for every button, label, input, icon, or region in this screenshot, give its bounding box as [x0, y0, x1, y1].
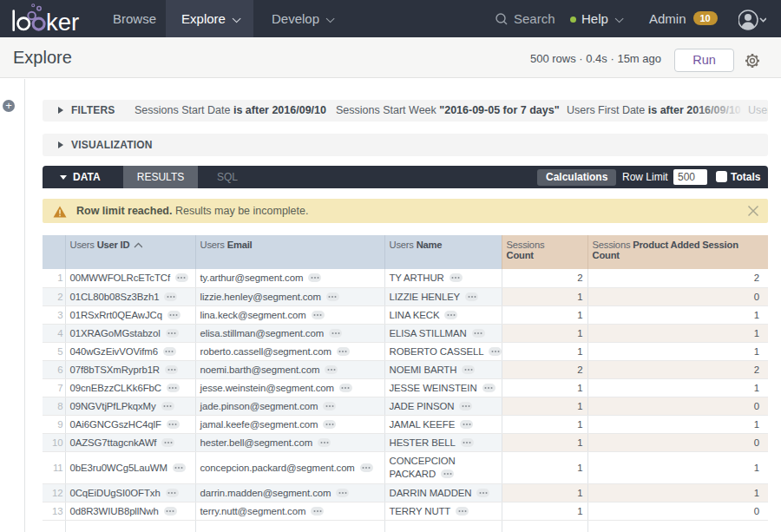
svg-text:ker: ker	[46, 9, 79, 36]
